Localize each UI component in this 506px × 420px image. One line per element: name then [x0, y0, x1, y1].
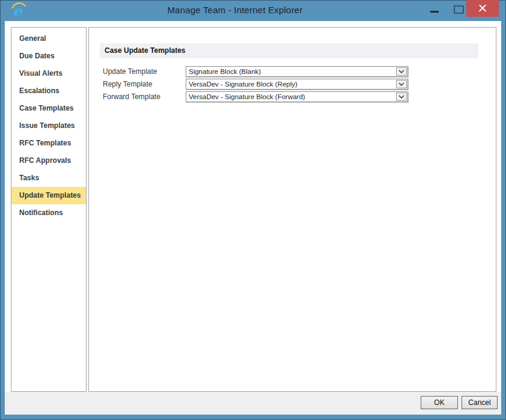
reply-template-row: Reply Template VersaDev - Signature Bloc…	[103, 79, 408, 90]
reply-template-value: VersaDev - Signature Block (Reply)	[189, 79, 394, 89]
window-title: Manage Team - Internet Explorer	[54, 0, 416, 20]
reply-template-dropdown-button[interactable]	[396, 80, 407, 88]
section-title: Case Update Templates	[100, 43, 478, 58]
sidebar-item-notifications[interactable]: Notifications	[11, 204, 86, 222]
forward-template-label: Forward Template	[103, 93, 186, 101]
chevron-down-icon	[398, 70, 404, 73]
reply-template-select[interactable]: VersaDev - Signature Block (Reply)	[186, 79, 408, 90]
update-template-select[interactable]: Signature Block (Blank)	[186, 66, 408, 77]
dialog-client-area: General Due Dates Visual Alerts Escalati…	[5, 21, 501, 415]
reply-template-label: Reply Template	[103, 80, 186, 88]
content-panel: Case Update Templates Update Template Si…	[88, 27, 496, 392]
close-button[interactable]	[466, 0, 499, 17]
close-icon	[479, 5, 487, 13]
maximize-button[interactable]	[452, 4, 466, 17]
sidebar-item-rfc-templates[interactable]: RFC Templates	[11, 135, 86, 152]
update-template-value: Signature Block (Blank)	[189, 67, 394, 76]
forward-template-select[interactable]: VersaDev - Signature Block (Forward)	[186, 91, 408, 102]
update-template-row: Update Template Signature Block (Blank)	[103, 66, 408, 77]
sidebar-item-case-templates[interactable]: Case Templates	[11, 100, 86, 117]
sidebar-panel: General Due Dates Visual Alerts Escalati…	[11, 27, 87, 392]
sidebar-item-general[interactable]: General	[11, 30, 86, 47]
minimize-button[interactable]	[427, 5, 442, 17]
sidebar-item-escalations[interactable]: Escalations	[11, 82, 86, 100]
forward-template-dropdown-button[interactable]	[396, 93, 407, 101]
update-template-label: Update Template	[103, 67, 186, 76]
manage-team-window: e Manage Team - Internet Explorer Genera…	[0, 0, 506, 420]
forward-template-value: VersaDev - Signature Block (Forward)	[189, 92, 394, 102]
sidebar-item-rfc-approvals[interactable]: RFC Approvals	[11, 152, 86, 169]
sidebar-item-issue-templates[interactable]: Issue Templates	[11, 117, 86, 135]
chevron-down-icon	[398, 82, 404, 86]
ie-logo-icon: e	[10, 2, 26, 19]
update-template-dropdown-button[interactable]	[396, 67, 407, 76]
cancel-button[interactable]: Cancel	[462, 396, 498, 409]
sidebar-item-update-templates[interactable]: Update Templates	[11, 187, 86, 204]
dialog-footer: OK Cancel	[5, 392, 501, 415]
forward-template-row: Forward Template VersaDev - Signature Bl…	[103, 91, 408, 102]
ok-button[interactable]: OK	[421, 396, 458, 409]
maximize-icon	[454, 5, 464, 14]
minimize-icon	[430, 11, 439, 13]
sidebar-item-due-dates[interactable]: Due Dates	[11, 47, 86, 65]
sidebar-item-tasks[interactable]: Tasks	[11, 169, 86, 187]
update-templates-form: Update Template Signature Block (Blank) …	[103, 66, 408, 104]
chevron-down-icon	[398, 95, 404, 99]
titlebar: e Manage Team - Internet Explorer	[0, 0, 506, 21]
sidebar-item-visual-alerts[interactable]: Visual Alerts	[11, 65, 86, 82]
